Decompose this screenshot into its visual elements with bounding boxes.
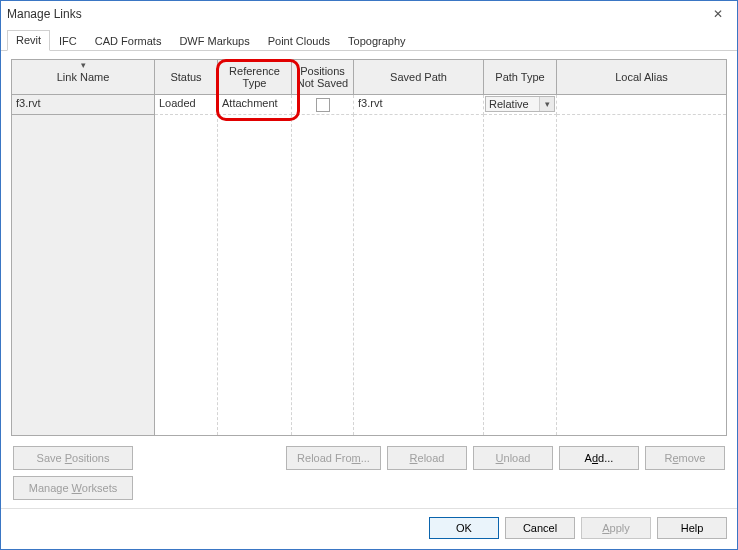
close-button[interactable]: ✕ bbox=[705, 3, 731, 25]
cancel-button[interactable]: Cancel bbox=[505, 517, 575, 539]
cell-reftype[interactable]: Attachment bbox=[218, 95, 292, 115]
unload-button: Unload bbox=[473, 446, 553, 470]
column-header-pathtype[interactable]: Path Type bbox=[484, 60, 557, 94]
window-title: Manage Links bbox=[7, 7, 82, 21]
manage-links-dialog: Manage Links ✕ Revit IFC CAD Formats DWF… bbox=[0, 0, 738, 550]
column-header-saved[interactable]: Saved Path bbox=[354, 60, 484, 94]
column-header-linkname[interactable]: ▾ Link Name bbox=[12, 60, 155, 94]
manage-worksets-button: Manage Worksets bbox=[13, 476, 133, 500]
tab-topography[interactable]: Topography bbox=[339, 31, 415, 51]
tab-dwf-markups[interactable]: DWF Markups bbox=[170, 31, 258, 51]
content-area: ▾ Link Name Status Reference Type Positi… bbox=[1, 51, 737, 508]
chevron-down-icon: ▾ bbox=[539, 97, 554, 111]
cell-status: Loaded bbox=[155, 95, 218, 115]
grid-header: ▾ Link Name Status Reference Type Positi… bbox=[12, 60, 726, 95]
cell-alias[interactable] bbox=[557, 95, 726, 115]
pathtype-dropdown[interactable]: Relative ▾ bbox=[485, 96, 555, 112]
cell-saved: f3.rvt bbox=[354, 95, 484, 115]
cell-positions[interactable] bbox=[292, 95, 354, 115]
column-header-reftype-label: Reference Type bbox=[218, 65, 291, 89]
column-header-status[interactable]: Status bbox=[155, 60, 218, 94]
tab-point-clouds[interactable]: Point Clouds bbox=[259, 31, 339, 51]
cell-pathtype[interactable]: Relative ▾ bbox=[484, 95, 557, 115]
positions-checkbox[interactable] bbox=[316, 98, 330, 112]
column-header-linkname-label: Link Name bbox=[57, 71, 110, 83]
column-header-positions-label: Positions Not Saved bbox=[292, 65, 353, 89]
action-buttons-row-2: Manage Worksets bbox=[11, 470, 727, 500]
save-positions-button: Save Positions bbox=[13, 446, 133, 470]
action-buttons-row-1: Save Positions Reload From... Reload Unl… bbox=[11, 436, 727, 470]
ok-button[interactable]: OK bbox=[429, 517, 499, 539]
cell-linkname[interactable]: f3.rvt bbox=[12, 95, 155, 115]
apply-button: Apply bbox=[581, 517, 651, 539]
column-header-positions[interactable]: Positions Not Saved bbox=[292, 60, 354, 94]
links-grid: ▾ Link Name Status Reference Type Positi… bbox=[11, 59, 727, 436]
tabs: Revit IFC CAD Formats DWF Markups Point … bbox=[1, 27, 737, 51]
grid-body: f3.rvt Loaded Attachment f3.rvt Relative… bbox=[12, 95, 726, 435]
column-header-alias[interactable]: Local Alias bbox=[557, 60, 726, 94]
sort-indicator-icon: ▾ bbox=[81, 61, 86, 71]
remove-button: Remove bbox=[645, 446, 725, 470]
reload-from-button: Reload From... bbox=[286, 446, 381, 470]
add-button[interactable]: Add... bbox=[559, 446, 639, 470]
tab-cad-formats[interactable]: CAD Formats bbox=[86, 31, 171, 51]
help-button[interactable]: Help bbox=[657, 517, 727, 539]
titlebar: Manage Links ✕ bbox=[1, 1, 737, 27]
column-header-reftype[interactable]: Reference Type bbox=[218, 60, 292, 94]
table-row[interactable]: f3.rvt Loaded Attachment f3.rvt Relative… bbox=[12, 95, 726, 115]
close-icon: ✕ bbox=[713, 7, 723, 21]
tab-revit[interactable]: Revit bbox=[7, 30, 50, 51]
tab-ifc[interactable]: IFC bbox=[50, 31, 86, 51]
pathtype-value: Relative bbox=[489, 98, 529, 110]
reload-button: Reload bbox=[387, 446, 467, 470]
footer: OK Cancel Apply Help bbox=[1, 508, 737, 549]
